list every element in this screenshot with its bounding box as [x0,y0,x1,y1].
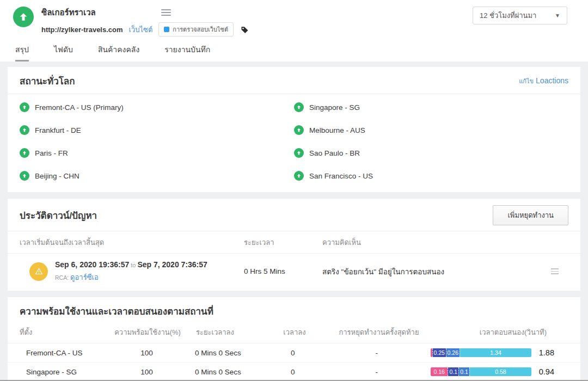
response-time-total: 1.88 [536,348,554,357]
location-label: Sao Paulo - BR [309,149,360,157]
tab-summary[interactable]: สรุป [15,44,29,62]
time-range-select[interactable]: 12 ชั่วโมงที่ผ่านมา ▼ [473,7,567,24]
downtime-end: Sep 7, 2020 7:36:57 [137,260,207,269]
location-summary-card: ความพร้อมใช้งานและเวลาตอบสนองตามสถานที่ … [8,297,580,381]
location-label: Frankfurt - DE [35,126,81,134]
response-time-segment: 1.34 [460,348,531,357]
response-time-bar: 0.250.261.34 [431,348,531,357]
summary-down-count: 0 [263,349,322,357]
col-comment: ความคิดเห็น [322,237,541,248]
location-label: San Francisco - US [309,172,373,180]
rca-label: RCA: [55,274,69,281]
summary-rows: Fremont-CA - US 100 0 Mins 0 Secs 0 - 0.… [8,343,580,381]
downtime-row: Sep 6, 2020 19:36:57toSep 7, 2020 7:36:5… [8,254,580,291]
response-time-segment: 0.16 [431,367,448,376]
col-response-time: เวลาตอบสนอง(วินาที) [433,327,568,338]
summary-title: ความพร้อมใช้งานและเวลาตอบสนองตามสถานที่ [20,304,213,318]
location-status-item: Sao Paulo - BR [294,142,568,164]
status-up-icon [20,171,29,181]
response-time-bar: 0.160.10.10.58 [431,367,531,376]
downtime-table-header: เวลาเริ่มต้นจนถึงเวลาสิ้นสุด ระยะเวลา คว… [8,231,580,254]
status-up-icon [294,171,304,181]
monitor-header: ซิลเกอร์ทราเวล http://zylker-travels.com… [0,0,588,62]
location-status-item: Frankfurt - DE [20,119,294,142]
summary-last-downtime: - [322,349,431,357]
time-range-value: 12 ชั่วโมงที่ผ่านมา [480,10,536,21]
col-start-end: เวลาเริ่มต้นจนถึงเวลาสิ้นสุด [20,237,244,248]
status-up-icon [294,125,304,135]
edit-label: แก้ไข [519,78,534,84]
location-status-item: Paris - FR [20,142,294,164]
locations-grid: Fremont-CA - US (Primary) Singapore - SG… [8,94,580,192]
downtime-period: Sep 6, 2020 19:36:57toSep 7, 2020 7:36:5… [55,260,207,269]
website-link[interactable]: เว็บไซต์ [129,24,153,35]
response-time-segment: 0.1 [448,367,458,376]
status-up-icon [294,102,304,112]
col-duration: ระยะเวลา [244,237,322,248]
downtime-title: ประวัติดาวน์/ปัญหา [20,208,97,223]
summary-availability: 100 [112,349,182,357]
tab-bar: สรุป ไฟดับ สินค้าคงคลัง รายงานบันทึก [0,36,588,62]
summary-location: Singapore - SG [20,368,112,376]
downtime-duration: 0 Hrs 5 Mins [244,267,322,275]
summary-down-duration: 0 Mins 0 Secs [182,368,263,376]
locations-label: Loactions [536,76,568,85]
monitor-type-label: การตรวจสอบเว็บไซต์ [173,24,228,34]
col-availability: ความพร้อมใช้งาน(%) [112,327,183,338]
col-location: ที่ตั้ง [20,327,112,338]
location-label: Melbourne - AUS [309,126,365,134]
location-status-item: Beijing - CHN [20,164,294,187]
location-label: Paris - FR [35,149,68,157]
downtime-comment: สตริง "ข้อยกเว้น" มีอยู่ในการตอบสนอง [322,266,541,278]
tab-outages[interactable]: ไฟดับ [54,44,73,62]
summary-down-count: 0 [263,368,322,376]
monitor-name: ซิลเกอร์ทราเวล [41,6,96,19]
tab-log-report[interactable]: รายงานบันทึก [164,44,210,62]
location-label: Fremont-CA - US (Primary) [35,103,124,112]
summary-location: Fremont-CA - US [20,349,112,357]
monitor-type-icon [164,27,169,32]
response-time-segment: 0.26 [446,348,460,357]
summary-row: Fremont-CA - US 100 0 Mins 0 Secs 0 - 0.… [8,343,580,362]
response-time-segment: 0.58 [469,367,531,376]
status-up-icon [294,148,304,158]
location-status-item: Melbourne - AUS [294,119,568,142]
summary-last-downtime: - [322,368,431,376]
col-last-downtime: การหยุดทำงานครั้งสุดท้าย [324,327,433,338]
location-label: Beijing - CHN [35,172,79,180]
summary-row: Singapore - SG 100 0 Mins 0 Secs 0 - 0.1… [8,362,580,381]
status-up-icon [20,148,29,158]
chevron-down-icon: ▼ [555,13,560,19]
summary-table-header: ที่ตั้ง ความพร้อมใช้งาน(%) ระยะเวลาลง เว… [8,322,580,343]
status-up-icon [20,102,29,112]
location-status-item: Singapore - SG [294,96,568,119]
monitor-type-badge: การตรวจสอบเว็บไซต์ [158,22,234,36]
location-status-item: Fremont-CA - US (Primary) [20,96,294,119]
view-rca-link[interactable]: ดูอาร์ซีเอ [70,273,99,281]
col-down-count: เวลาลง [265,327,324,338]
downtime-history-card: ประวัติดาวน์/ปัญหา เพิ่มหยุดทำงาน เวลาเร… [8,199,580,291]
summary-response-cell: 0.160.10.10.58 0.94 [431,367,568,376]
monitor-url: http://zylker-travels.com [41,26,123,34]
summary-down-duration: 0 Mins 0 Secs [182,349,263,357]
trouble-warning-icon [29,262,48,281]
status-up-logo-icon [13,7,34,27]
global-status-card: สถานะทั่วโลก แก้ไขLoactions Fremont-CA -… [8,67,580,192]
col-down-duration: ระยะเวลาลง [183,327,265,338]
monitor-menu-icon[interactable] [161,9,171,16]
to-label: to [129,262,137,268]
response-time-segment: 0.25 [432,348,446,357]
add-downtime-button[interactable]: เพิ่มหยุดทำงาน [493,205,568,225]
downtime-start: Sep 6, 2020 19:36:57 [55,260,129,269]
location-label: Singapore - SG [309,103,360,112]
response-time-total: 0.94 [536,367,554,376]
location-status-item: San Francisco - US [294,164,568,187]
page-content: สถานะทั่วโลก แก้ไขLoactions Fremont-CA -… [0,62,588,381]
edit-locations-link[interactable]: แก้ไขLoactions [519,76,568,86]
summary-availability: 100 [112,368,182,376]
response-time-segment: 0.1 [458,367,469,376]
tab-inventory[interactable]: สินค้าคงคลัง [98,44,139,62]
summary-response-cell: 0.250.261.34 1.88 [431,348,568,357]
downtime-row-menu-icon[interactable] [541,268,568,274]
tag-icon[interactable] [241,26,249,34]
